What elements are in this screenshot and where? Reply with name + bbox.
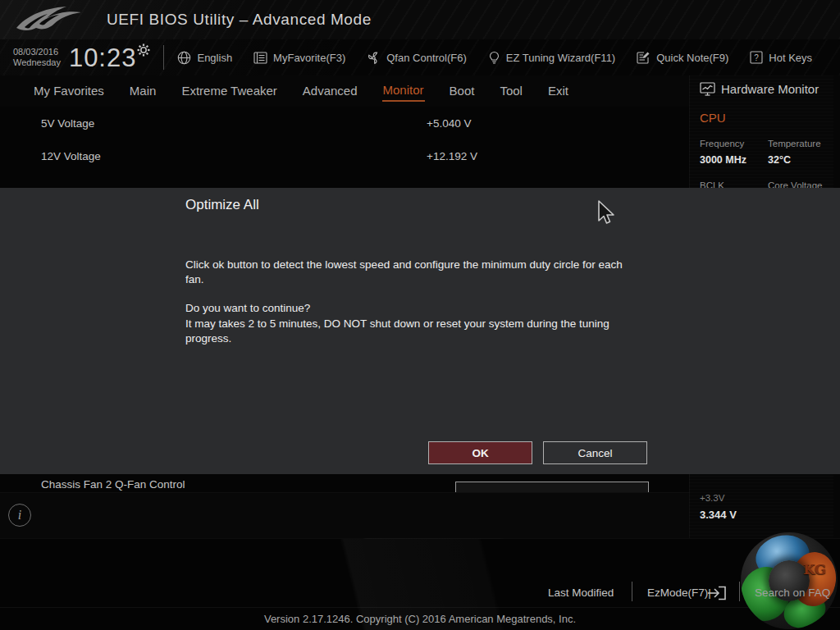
help-section: i bbox=[0, 492, 689, 538]
lightbulb-icon bbox=[488, 51, 500, 65]
date-label: 08/03/2016 bbox=[13, 47, 61, 57]
page-title: UEFI BIOS Utility – Advanced Mode bbox=[107, 11, 372, 29]
cancel-button[interactable]: Cancel bbox=[543, 441, 647, 464]
row-value: +12.192 V bbox=[427, 150, 477, 162]
gear-icon[interactable] bbox=[137, 43, 150, 57]
question-box-icon: ? bbox=[750, 51, 763, 64]
exit-arrow-icon[interactable] bbox=[707, 586, 727, 600]
language-label: English bbox=[197, 52, 232, 64]
stat-label: Frequency bbox=[700, 139, 744, 148]
quick-note-label: Quick Note(F9) bbox=[656, 52, 728, 64]
datetime: 08/03/2016 Wednesday 10:23 bbox=[13, 45, 164, 71]
dialog-question: Do you want to continue? bbox=[185, 302, 310, 314]
tab-extreme-tweaker[interactable]: Extreme Tweaker bbox=[180, 81, 277, 101]
hot-keys-label: Hot Keys bbox=[769, 52, 812, 64]
ezmode-button[interactable]: EzMode(F7)| bbox=[647, 587, 711, 599]
dialog-body-line2: It may takes 2 to 5 minutes, DO NOT shut… bbox=[185, 317, 669, 346]
partial-row-strip: Chassis Fan 2 Q-Fan Control bbox=[0, 474, 689, 492]
row-label: 5V Voltage bbox=[41, 117, 94, 130]
monitor-graph-icon bbox=[700, 82, 715, 96]
tab-main[interactable]: Main bbox=[129, 81, 158, 101]
qfan-control-select[interactable] bbox=[455, 482, 649, 492]
dialog-title: Optimize All bbox=[185, 197, 259, 213]
last-modified-button[interactable]: Last Modified bbox=[548, 587, 614, 599]
footer-divider bbox=[632, 582, 632, 601]
quick-note-button[interactable]: Quick Note(F9) bbox=[637, 51, 728, 64]
tab-monitor[interactable]: Monitor bbox=[382, 80, 425, 102]
stat-value: 3000 MHz bbox=[700, 154, 746, 166]
myfavorite-button[interactable]: MyFavorite(F3) bbox=[253, 52, 345, 64]
dialog-body-line1: Click ok button to detect the lowest spe… bbox=[185, 258, 669, 287]
qfan-control-button[interactable]: Qfan Control(F6) bbox=[367, 51, 467, 65]
qfan-label: Qfan Control(F6) bbox=[386, 52, 467, 64]
myfavorite-label: MyFavorite(F3) bbox=[273, 52, 345, 64]
main-menu: My Favorites Main Extreme Tweaker Advanc… bbox=[0, 75, 689, 107]
note-pencil-icon bbox=[637, 51, 651, 64]
hot-keys-button[interactable]: ? Hot Keys bbox=[750, 51, 812, 64]
rog-logo-icon bbox=[15, 3, 85, 36]
ez-tuning-wizard-button[interactable]: EZ Tuning Wizard(F11) bbox=[488, 51, 615, 65]
tab-my-favorites[interactable]: My Favorites bbox=[33, 81, 105, 101]
title-bar: UEFI BIOS Utility – Advanced Mode bbox=[0, 0, 840, 39]
globe-icon bbox=[177, 51, 191, 65]
search-on-faq-button[interactable]: Search on FAQ bbox=[755, 587, 830, 599]
ok-button[interactable]: OK bbox=[428, 441, 532, 464]
fan-icon bbox=[367, 51, 381, 65]
footer-divider bbox=[739, 582, 740, 601]
row-value: +5.040 V bbox=[427, 117, 471, 130]
tab-tool[interactable]: Tool bbox=[499, 81, 523, 101]
cpu-section-label: CPU bbox=[700, 111, 726, 125]
stat-value: 32°C bbox=[768, 154, 791, 166]
ez-tuning-label: EZ Tuning Wizard(F11) bbox=[506, 52, 615, 64]
tab-boot[interactable]: Boot bbox=[449, 81, 476, 101]
language-button[interactable]: English bbox=[177, 51, 232, 65]
day-label: Wednesday bbox=[13, 57, 61, 68]
rail-value: 3.344 V bbox=[700, 509, 737, 521]
hardware-monitor-title: Hardware Monitor bbox=[721, 82, 819, 96]
clock: 10:23 bbox=[69, 45, 137, 71]
svg-text:?: ? bbox=[755, 53, 760, 62]
table-row: 12V Voltage +12.192 V bbox=[0, 144, 689, 169]
tab-advanced[interactable]: Advanced bbox=[302, 81, 358, 101]
favorites-list-icon bbox=[253, 52, 267, 64]
table-row: 5V Voltage +5.040 V bbox=[0, 112, 689, 136]
row-label: Chassis Fan 2 Q-Fan Control bbox=[41, 478, 185, 491]
rail-label: +3.3V bbox=[700, 493, 724, 503]
version-text: Version 2.17.1246. Copyright (C) 2016 Am… bbox=[0, 607, 840, 630]
row-label: 12V Voltage bbox=[41, 150, 101, 162]
info-icon: i bbox=[8, 504, 31, 527]
bios-screen: UEFI BIOS Utility – Advanced Mode 08/03/… bbox=[0, 0, 840, 630]
toolbar-divider bbox=[163, 45, 164, 70]
optimize-all-dialog: Optimize All Click ok button to detect t… bbox=[0, 188, 840, 474]
toolbar: 08/03/2016 Wednesday 10:23 bbox=[0, 39, 840, 75]
logo-monogram: KG bbox=[803, 561, 825, 578]
kitguru-logo: KG bbox=[741, 532, 838, 629]
stat-label: Temperature bbox=[768, 139, 821, 148]
tab-exit[interactable]: Exit bbox=[547, 81, 569, 101]
